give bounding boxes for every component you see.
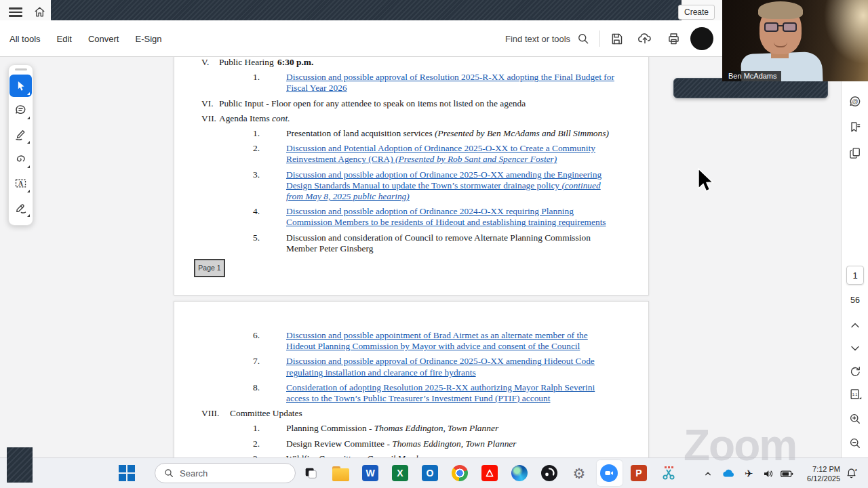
agenda-item: 8. Consideration of adopting Resolution … — [253, 382, 648, 404]
airplane-mode-icon[interactable]: ✈ — [745, 458, 753, 488]
zoom-video-window[interactable]: Ben McAdams — [722, 0, 868, 81]
agenda-item: 5. Discussion and consideration of Counc… — [253, 232, 648, 254]
agenda-section-vii: VII. Agenda Items cont. — [201, 113, 648, 124]
committee-item: 2. Design Review Committee - Thomas Eddi… — [253, 439, 648, 449]
taskbar: Search W X O — [0, 458, 868, 488]
battery-icon[interactable] — [780, 458, 794, 488]
onedrive-icon[interactable] — [720, 458, 736, 488]
edge-icon[interactable] — [511, 464, 528, 482]
agenda-link[interactable]: Discussion and Potential Adoption of Ord… — [286, 143, 614, 165]
task-view-button[interactable] — [302, 464, 319, 482]
obs-icon[interactable] — [540, 464, 558, 482]
windows-start-button[interactable] — [118, 464, 136, 482]
pdf-page-2: 6. Discussion and possible appointment o… — [174, 301, 649, 458]
chrome-icon[interactable] — [451, 464, 469, 482]
profile-avatar[interactable] — [690, 27, 713, 50]
zoom-app-icon[interactable] — [600, 464, 618, 482]
select-text-tool[interactable]: A — [9, 172, 32, 195]
page-1-badge: Page 1 — [194, 259, 225, 277]
snipping-tool-icon[interactable] — [660, 464, 677, 482]
draw-tool[interactable] — [9, 148, 32, 170]
search-label: Search — [180, 468, 208, 479]
agenda-link[interactable]: Discussion and possible adoption of Ordi… — [286, 206, 614, 228]
clock-time: 7:12 PM — [812, 464, 840, 474]
participant-name-label: Ben McAdams — [724, 71, 781, 81]
acrobat-icon[interactable] — [481, 464, 498, 482]
powerpoint-icon[interactable]: P — [630, 464, 648, 482]
palette-drag-handle[interactable] — [15, 68, 27, 70]
menu-all-tools[interactable]: All tools — [9, 34, 41, 44]
add-comment-tool[interactable] — [9, 99, 32, 121]
document-tab-strip[interactable] — [51, 0, 682, 20]
comments-icon[interactable]: @ — [848, 95, 862, 108]
glasses — [763, 22, 798, 33]
menu-hamburger-icon[interactable] — [9, 5, 22, 16]
quick-tools-palette: A — [8, 64, 33, 226]
redacted-thumbnail — [7, 447, 33, 483]
agenda-item: 1. Discussion and possible approval of R… — [253, 72, 648, 94]
svg-text:z: z — [855, 468, 857, 472]
print-icon[interactable] — [666, 31, 681, 46]
next-page-icon[interactable] — [848, 342, 862, 355]
agenda-section-vi: VI. Public Input - Floor open for any at… — [201, 98, 648, 109]
svg-text:A: A — [18, 180, 23, 187]
agenda-item: 7. Discussion and possible approval of O… — [253, 356, 648, 378]
section-number: V. — [201, 57, 219, 68]
agenda-link[interactable]: Discussion and possible appointment of B… — [286, 330, 614, 352]
home-icon[interactable] — [32, 4, 47, 19]
page-total: 56 — [842, 296, 868, 305]
search-icon[interactable] — [576, 31, 591, 46]
agenda-section-v: V. Public Hearing 6:30 p.m. — [201, 57, 648, 68]
excel-icon[interactable]: X — [391, 464, 409, 482]
agenda-item: 1. Presentation of land acquisition serv… — [253, 128, 648, 139]
outlook-icon[interactable]: O — [421, 464, 439, 482]
agenda-link[interactable]: Discussion and possible adoption of Ordi… — [286, 169, 614, 203]
toolbar-right: Find text or tools — [505, 20, 713, 57]
toolbar-divider — [599, 30, 600, 47]
page-number-input[interactable]: 1 — [846, 266, 864, 285]
select-tool[interactable] — [9, 75, 32, 97]
menu-bar: All tools Edit Convert E-Sign — [9, 20, 162, 57]
clock-date: 6/12/2025 — [807, 474, 840, 483]
pdf-page-1: V. Public Hearing 6:30 p.m. 1. Discussio… — [174, 57, 649, 296]
agenda-item: 3. Discussion and possible adoption of O… — [253, 169, 648, 203]
svg-text:@: @ — [852, 98, 858, 105]
previous-page-icon[interactable] — [848, 319, 862, 332]
acrobat-window: Create All tools Edit Convert E-Sign Fin… — [0, 0, 868, 488]
agenda-link[interactable]: Discussion and possible approval of Ordi… — [286, 356, 614, 378]
cloud-upload-icon[interactable] — [637, 31, 652, 46]
document-canvas: V. Public Hearing 6:30 p.m. 1. Discussio… — [0, 57, 841, 458]
committee-item: 1. Planning Commission - Thomas Eddingto… — [253, 423, 648, 434]
agenda-link[interactable]: Consideration of adopting Resolution 202… — [286, 382, 614, 404]
file-explorer-icon[interactable] — [332, 464, 349, 482]
lamp-glow — [821, 0, 868, 68]
settings-icon[interactable]: ⚙ — [570, 464, 588, 482]
page-fit-icon[interactable]: 1:1 — [848, 388, 862, 401]
agenda-item: 4. Discussion and possible adoption of O… — [253, 206, 648, 228]
create-button[interactable]: Create — [678, 5, 715, 20]
menu-esign[interactable]: E-Sign — [135, 34, 161, 44]
volume-icon[interactable] — [762, 458, 774, 488]
zoom-in-icon[interactable] — [848, 412, 862, 426]
bookmarks-icon[interactable] — [848, 121, 862, 134]
section-title: Public Hearing 6:30 p.m. — [219, 57, 313, 68]
word-icon[interactable]: W — [361, 464, 379, 482]
save-icon[interactable] — [609, 31, 624, 46]
rotate-icon[interactable] — [848, 365, 862, 378]
hidden-icons-chevron[interactable] — [703, 458, 713, 488]
agenda-item: 2. Discussion and Potential Adoption of … — [253, 143, 648, 165]
agenda-link[interactable]: Discussion and possible approval of Reso… — [286, 72, 614, 94]
right-side-panel: @ 1 56 1:1 — [841, 57, 868, 458]
taskbar-clock[interactable]: 7:12 PM 6/12/2025 — [797, 458, 840, 488]
fill-sign-tool[interactable] — [9, 197, 32, 219]
notification-bell-icon[interactable]: z — [845, 458, 858, 488]
svg-text:1:1: 1:1 — [852, 392, 858, 396]
highlight-tool[interactable] — [9, 123, 32, 146]
page-thumbnails-icon[interactable] — [848, 146, 862, 160]
menu-edit[interactable]: Edit — [57, 34, 72, 44]
find-text-label[interactable]: Find text or tools — [505, 34, 570, 44]
zoom-out-icon[interactable] — [848, 436, 862, 450]
menu-convert[interactable]: Convert — [88, 34, 119, 44]
taskbar-search[interactable]: Search — [155, 463, 296, 483]
agenda-item: 6. Discussion and possible appointment o… — [253, 330, 648, 352]
